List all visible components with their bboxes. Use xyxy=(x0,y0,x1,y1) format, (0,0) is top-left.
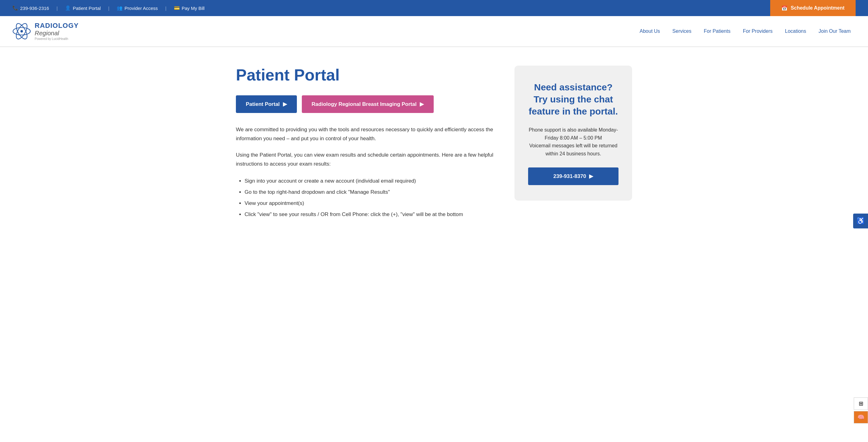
list-item: Go to the top right-hand dropdown and cl… xyxy=(245,187,496,197)
patient-portal-button-label: Patient Portal xyxy=(246,101,280,107)
nav-for-patients[interactable]: For Patients xyxy=(699,26,735,36)
assistance-card: Need assistance? Try using the chat feat… xyxy=(515,66,632,200)
provider-access-label: Provider Access xyxy=(124,6,158,11)
breast-imaging-label: Radiology Regional Breast Imaging Portal xyxy=(312,101,417,107)
breast-imaging-arrow-icon: ▶ xyxy=(420,101,424,107)
list-item: Sign into your account or create a new a… xyxy=(245,176,496,186)
content-left: Patient Portal Patient Portal ▶ Radiolog… xyxy=(236,66,496,221)
person-icon: 👤 xyxy=(65,5,71,11)
support-text-2: Voicemail messages left will be returned… xyxy=(529,143,618,156)
main-nav: About Us Services For Patients For Provi… xyxy=(97,26,856,36)
main-content: Patient Portal Patient Portal ▶ Radiolog… xyxy=(217,47,651,246)
sidebar-heading: Need assistance? Try using the chat feat… xyxy=(528,81,619,117)
patient-portal-button[interactable]: Patient Portal ▶ xyxy=(236,95,297,113)
support-text-1: Phone support is also available Monday-F… xyxy=(529,127,618,140)
phone-number: 239-936-2316 xyxy=(20,6,49,11)
content-right: Need assistance? Try using the chat feat… xyxy=(515,66,632,200)
list-item: Click "view" to see your results / OR fr… xyxy=(245,210,496,219)
separator-2: | xyxy=(108,6,109,11)
instruction-list: Sign into your account or create a new a… xyxy=(236,176,496,220)
separator-1: | xyxy=(56,6,58,11)
top-bar: 📞 239-936-2316 | 👤 Patient Portal | 👥 Pr… xyxy=(0,0,868,16)
list-item: View your appointment(s) xyxy=(245,198,496,208)
logo-link[interactable]: RADIOLOGY Regional Powered by LucidHealt… xyxy=(12,22,79,40)
calendar-icon: 📅 xyxy=(781,5,787,11)
nav-about-us[interactable]: About Us xyxy=(634,26,665,36)
phone-icon: 📞 xyxy=(12,5,18,11)
patient-portal-label: Patient Portal xyxy=(73,6,101,11)
accessibility-button[interactable]: ♿ xyxy=(853,214,868,228)
pay-bill-link[interactable]: 💳 Pay My Bill xyxy=(174,5,205,11)
schedule-appointment-label: Schedule Appointment xyxy=(790,5,844,11)
provider-icon: 👥 xyxy=(117,5,123,11)
phone-link[interactable]: 📞 239-936-2316 xyxy=(12,5,49,11)
nav-locations[interactable]: Locations xyxy=(780,26,811,36)
page-title: Patient Portal xyxy=(236,66,496,84)
logo-icon xyxy=(12,22,31,40)
body-text-1: We are committed to providing you with t… xyxy=(236,125,496,143)
svg-point-3 xyxy=(21,30,23,32)
patient-portal-link[interactable]: 👤 Patient Portal xyxy=(65,5,101,11)
logo-regional: Regional xyxy=(35,30,79,36)
top-bar-left: 📞 239-936-2316 | 👤 Patient Portal | 👥 Pr… xyxy=(12,5,205,11)
schedule-appointment-button[interactable]: 📅 Schedule Appointment xyxy=(770,0,856,16)
pay-bill-label: Pay My Bill xyxy=(182,6,205,11)
breast-imaging-portal-button[interactable]: Radiology Regional Breast Imaging Portal… xyxy=(302,95,434,113)
phone-button-label: 239-931-8370 xyxy=(554,173,586,180)
nav-for-providers[interactable]: For Providers xyxy=(738,26,778,36)
logo-radiology: RADIOLOGY xyxy=(35,22,79,29)
header: RADIOLOGY Regional Powered by LucidHealt… xyxy=(0,16,868,47)
card-icon: 💳 xyxy=(174,5,180,11)
wheelchair-icon: ♿ xyxy=(857,217,865,225)
sidebar-support-text: Phone support is also available Monday-F… xyxy=(528,126,619,158)
separator-3: | xyxy=(165,6,166,11)
phone-button[interactable]: 239-931-8370 ▶ xyxy=(528,167,619,185)
phone-button-arrow-icon: ▶ xyxy=(589,173,593,180)
body-text-2: Using the Patient Portal, you can view e… xyxy=(236,151,496,169)
patient-portal-arrow-icon: ▶ xyxy=(283,101,287,107)
nav-services[interactable]: Services xyxy=(668,26,696,36)
logo-text: RADIOLOGY Regional Powered by LucidHealt… xyxy=(35,22,79,40)
logo-powered: Powered by LucidHealth xyxy=(35,37,79,40)
nav-join-our-team[interactable]: Join Our Team xyxy=(813,26,856,36)
provider-access-link[interactable]: 👥 Provider Access xyxy=(117,5,158,11)
portal-buttons: Patient Portal ▶ Radiology Regional Brea… xyxy=(236,95,496,113)
